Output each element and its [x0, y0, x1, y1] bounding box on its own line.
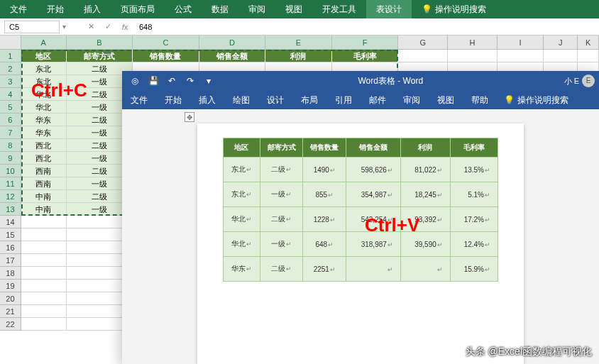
- cell[interactable]: [544, 50, 578, 62]
- excel-tab-页面布局[interactable]: 页面布局: [111, 0, 165, 18]
- cell[interactable]: 西南: [21, 165, 67, 177]
- redo-icon[interactable]: ↷: [183, 76, 197, 86]
- row-header[interactable]: 18: [0, 267, 21, 280]
- word-table-cell[interactable]: 15.9%↵: [450, 257, 498, 282]
- formula-input[interactable]: 648: [133, 22, 599, 32]
- excel-tab-开发工具[interactable]: 开发工具: [312, 0, 366, 18]
- word-table-cell[interactable]: ↵: [400, 257, 450, 282]
- column-header[interactable]: F: [332, 35, 399, 49]
- tell-me-search[interactable]: 💡操作说明搜索: [414, 4, 493, 16]
- column-header[interactable]: C: [133, 35, 199, 49]
- word-tab-绘图[interactable]: 绘图: [224, 91, 258, 109]
- word-table-cell[interactable]: 855↵: [303, 182, 346, 207]
- save-icon[interactable]: 💾: [146, 76, 160, 86]
- row-header[interactable]: 16: [0, 241, 21, 254]
- cell[interactable]: [21, 228, 67, 241]
- row-header[interactable]: 15: [0, 228, 21, 241]
- select-all-corner[interactable]: [0, 35, 21, 49]
- word-table-cell[interactable]: 1228↵: [303, 207, 346, 232]
- cell[interactable]: [21, 241, 67, 254]
- row-header[interactable]: 7: [0, 126, 21, 139]
- column-header[interactable]: I: [498, 35, 544, 49]
- table-row[interactable]: 华北↵一级↵648↵318,987↵39,590↵12.4%↵: [224, 232, 498, 257]
- cell[interactable]: 利润: [265, 50, 332, 62]
- cell[interactable]: 毛利率: [332, 50, 399, 62]
- row-header[interactable]: 9: [0, 152, 21, 165]
- word-document-area[interactable]: ✥ 地区邮寄方式销售数量销售金额利润毛利率 东北↵二级↵1490↵598,626…: [122, 109, 599, 364]
- cell[interactable]: 中南: [21, 203, 67, 216]
- cell[interactable]: 西南: [21, 177, 67, 190]
- excel-tab-插入[interactable]: 插入: [74, 0, 111, 18]
- cell[interactable]: 西北: [21, 152, 67, 165]
- word-tab-审阅[interactable]: 审阅: [395, 91, 429, 109]
- excel-tab-开始[interactable]: 开始: [37, 0, 74, 18]
- column-header[interactable]: G: [398, 35, 448, 49]
- word-table-cell[interactable]: 二级↵: [260, 257, 303, 282]
- row-header[interactable]: 12: [0, 190, 21, 203]
- cell[interactable]: [21, 254, 67, 267]
- word-table-cell[interactable]: 17.2%↵: [450, 207, 498, 232]
- word-tab-帮助[interactable]: 帮助: [463, 91, 497, 109]
- row-header[interactable]: 1: [0, 50, 21, 62]
- column-header[interactable]: J: [544, 35, 578, 49]
- table-row[interactable]: 东北↵二级↵1490↵598,626↵81,022↵13.5%↵: [224, 158, 498, 182]
- table-row[interactable]: 华北↵二级↵1228↵542,254↵93,392↵17.2%↵: [224, 207, 498, 232]
- word-tab-视图[interactable]: 视图: [429, 91, 463, 109]
- cell[interactable]: [448, 50, 498, 62]
- word-tab-邮件[interactable]: 邮件: [361, 91, 395, 109]
- cell[interactable]: 销售数量: [133, 50, 199, 62]
- word-tab-开始[interactable]: 开始: [156, 91, 190, 109]
- name-box[interactable]: [4, 21, 60, 33]
- cell[interactable]: [21, 267, 67, 280]
- cell[interactable]: [398, 50, 448, 62]
- cell[interactable]: [21, 318, 67, 331]
- word-table-cell[interactable]: 354,987↵: [346, 182, 401, 207]
- excel-tab-数据[interactable]: 数据: [202, 0, 238, 18]
- qat-more-icon[interactable]: ▾: [202, 76, 216, 86]
- row-header[interactable]: 17: [0, 254, 21, 267]
- row-header[interactable]: 8: [0, 139, 21, 152]
- word-table-cell[interactable]: ↵: [346, 257, 401, 282]
- cell[interactable]: 华北: [21, 101, 67, 114]
- cell[interactable]: 华东: [21, 114, 67, 126]
- row-header[interactable]: 3: [0, 75, 21, 88]
- excel-tab-文件[interactable]: 文件: [0, 0, 37, 18]
- excel-tab-表设计[interactable]: 表设计: [366, 0, 412, 18]
- cell[interactable]: 东北: [21, 62, 67, 75]
- name-box-dropdown[interactable]: ▾: [60, 23, 68, 31]
- cell[interactable]: [578, 50, 599, 62]
- table-row[interactable]: 东北↵一级↵855↵354,987↵18,245↵5.1%↵: [224, 182, 498, 207]
- column-header[interactable]: D: [199, 35, 266, 49]
- excel-tab-审阅[interactable]: 审阅: [238, 0, 275, 18]
- word-table-cell[interactable]: 二级↵: [260, 158, 303, 182]
- word-table-cell[interactable]: 598,626↵: [346, 158, 401, 182]
- word-tab-设计[interactable]: 设计: [258, 91, 292, 109]
- row-header[interactable]: 4: [0, 88, 21, 101]
- word-user[interactable]: 小 E E: [560, 75, 599, 87]
- word-tab-布局[interactable]: 布局: [292, 91, 326, 109]
- row-header[interactable]: 2: [0, 62, 21, 75]
- excel-tab-公式[interactable]: 公式: [165, 0, 202, 18]
- word-table-cell[interactable]: 东北↵: [224, 158, 260, 182]
- cell[interactable]: 邮寄方式: [67, 50, 133, 62]
- column-header[interactable]: H: [448, 35, 498, 49]
- word-tab-文件[interactable]: 文件: [122, 91, 156, 109]
- word-table-cell[interactable]: 一级↵: [260, 232, 303, 257]
- word-table-cell[interactable]: 18,245↵: [400, 182, 450, 207]
- cell[interactable]: 中南: [21, 190, 67, 203]
- word-tab-引用[interactable]: 引用: [326, 91, 361, 109]
- cell[interactable]: 华东: [21, 126, 67, 139]
- cell[interactable]: [21, 216, 67, 228]
- row-header[interactable]: 11: [0, 177, 21, 190]
- row-header[interactable]: 20: [0, 292, 21, 305]
- autosave-icon[interactable]: ◎: [128, 76, 142, 86]
- row-header[interactable]: 10: [0, 165, 21, 177]
- word-table-cell[interactable]: 648↵: [303, 232, 346, 257]
- cell[interactable]: [498, 50, 544, 62]
- word-tab-插入[interactable]: 插入: [190, 91, 224, 109]
- word-table-cell[interactable]: 1490↵: [303, 158, 346, 182]
- word-table-cell[interactable]: 81,022↵: [400, 158, 450, 182]
- column-header[interactable]: E: [265, 35, 332, 49]
- word-table-cell[interactable]: 13.5%↵: [450, 158, 498, 182]
- word-table[interactable]: 地区邮寄方式销售数量销售金额利润毛利率 东北↵二级↵1490↵598,626↵8…: [223, 138, 498, 282]
